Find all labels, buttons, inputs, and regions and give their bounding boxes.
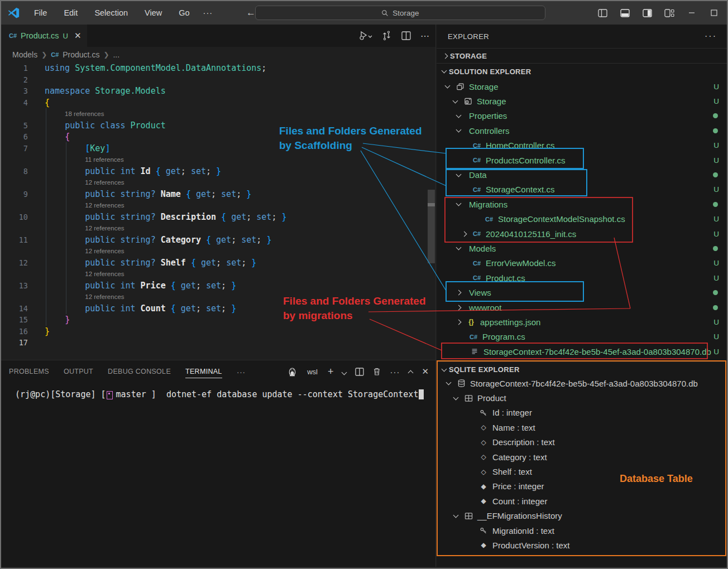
- code-text: }: [28, 326, 422, 337]
- tree-item--efmigrationshistory[interactable]: __EFMigrationsHistory: [437, 509, 727, 523]
- maximize-button[interactable]: [706, 4, 722, 21]
- menu-item-file[interactable]: File: [27, 6, 54, 20]
- search-box[interactable]: Storage: [255, 6, 545, 20]
- breadcrumb-item[interactable]: Product.cs: [63, 50, 99, 59]
- tree-item-shelf-text[interactable]: ◇Shelf : text: [437, 464, 727, 479]
- tree-item-count-integer[interactable]: ◆Count : integer: [437, 494, 727, 508]
- code-line[interactable]: 4{: [1, 97, 435, 109]
- code-line[interactable]: 16}: [1, 326, 435, 337]
- tree-item-storage[interactable]: StorageU: [437, 94, 727, 108]
- panel-tab-problems[interactable]: PROBLEMS: [9, 365, 49, 378]
- tree-item-label: 20240410125116_init.cs: [486, 229, 576, 239]
- toggle-secondary-sidebar-icon[interactable]: [639, 4, 655, 21]
- panel-more-icon[interactable]: ···: [390, 367, 400, 377]
- toggle-panel-icon[interactable]: [616, 4, 633, 21]
- panel-tab-debug-console[interactable]: DEBUG CONSOLE: [108, 365, 171, 378]
- tab-product-cs[interactable]: C# Product.cs U ✕: [1, 25, 87, 47]
- code-line[interactable]: 3namespace Storage.Models: [1, 85, 435, 97]
- chevron-down-icon: [457, 129, 466, 132]
- tree-item-storage[interactable]: StorageU: [437, 79, 727, 94]
- tree-item-label: Properties: [469, 111, 507, 120]
- tree-item-migrationid-text[interactable]: MigrationId : text: [437, 523, 727, 538]
- tree-item-properties[interactable]: Properties: [437, 109, 727, 123]
- code-text: public int Count { get; set; }: [28, 303, 422, 315]
- csharp-icon: C#: [471, 142, 482, 149]
- terminal-prompt[interactable]: (rj@pc)[Storage] [master ] dotnet-ef dat…: [15, 389, 424, 399]
- code-line[interactable]: 1using System.ComponentModel.DataAnnotat…: [1, 62, 435, 74]
- tree-item-homecontroller-cs[interactable]: C#HomeController.csU: [437, 138, 727, 153]
- tree-item-storagecontext-7bc4f42e-be5b-45ef-a3ad-0[interactable]: StorageContext-7bc4f42e-be5b-45ef-a3ad-0…: [437, 344, 727, 359]
- customize-layout-icon[interactable]: [661, 4, 678, 21]
- codelens: 11 references: [28, 154, 422, 166]
- new-terminal-icon[interactable]: +: [328, 366, 334, 378]
- title-bar: FileEditSelectionViewGo ··· ← → Storage: [1, 1, 727, 25]
- kill-terminal-icon[interactable]: [373, 367, 381, 376]
- editor-more-icon[interactable]: ⋯: [420, 31, 430, 41]
- tree-item-migrations[interactable]: Migrations: [437, 197, 727, 211]
- tree-item-description-text[interactable]: ◇Description : text: [437, 435, 727, 450]
- code-editor[interactable]: 1using System.ComponentModel.DataAnnotat…: [1, 62, 435, 360]
- line-number: 7: [1, 144, 28, 153]
- code-line[interactable]: 18 references: [1, 108, 435, 120]
- close-icon[interactable]: ✕: [74, 31, 82, 41]
- code-line[interactable]: 5 public class Product: [1, 120, 435, 132]
- menu-item-view[interactable]: View: [138, 6, 169, 20]
- run-debug-icon[interactable]: [359, 31, 372, 41]
- open-changes-icon[interactable]: [382, 31, 392, 41]
- menu-item-selection[interactable]: Selection: [88, 6, 135, 20]
- tree-item-data[interactable]: Data: [437, 167, 727, 182]
- tree-item-productversion-text[interactable]: ◆ProductVersion : text: [437, 538, 727, 552]
- split-terminal-icon[interactable]: [355, 368, 364, 376]
- tree-item-name-text[interactable]: ◇Name : text: [437, 420, 727, 435]
- tree-item-storagecontext-7bc4f42e-be5b-45ef-a3ad-0[interactable]: StorageContext-7bc4f42e-be5b-45ef-a3ad-0…: [437, 376, 727, 390]
- close-panel-icon[interactable]: ✕: [422, 367, 429, 377]
- terminal-shell-label[interactable]: wsl: [307, 368, 318, 376]
- tree-item-20240410125116-init-cs[interactable]: C#20240410125116_init.csU: [437, 226, 727, 241]
- split-editor-icon[interactable]: [401, 31, 411, 40]
- panel-tabs-more-icon[interactable]: ···: [237, 365, 246, 379]
- terminal-dropdown-icon[interactable]: [342, 369, 347, 375]
- tree-item-views[interactable]: Views: [437, 285, 727, 300]
- panel-tab-output[interactable]: OUTPUT: [64, 365, 93, 378]
- breadcrumb-item[interactable]: ...: [113, 50, 119, 59]
- tree-item-productscontroller-cs[interactable]: C#ProductsController.csU: [437, 153, 727, 167]
- code-line[interactable]: 6 {: [1, 131, 435, 143]
- tree-item-storagecontextmodelsnapshot-cs[interactable]: C#StorageContextModelSnapshot.csU: [437, 212, 727, 226]
- menu-item-edit[interactable]: Edit: [57, 6, 84, 20]
- tree-item-id-integer[interactable]: Id : integer: [437, 406, 727, 420]
- section-sqlite-explorer[interactable]: SQLITE EXPLORER: [437, 361, 727, 377]
- editor-scrollbar[interactable]: [428, 190, 435, 263]
- breadcrumb-item[interactable]: Models: [12, 50, 37, 59]
- tree-item-controllers[interactable]: Controllers: [437, 123, 727, 138]
- tree-item-wwwroot[interactable]: wwwroot: [437, 300, 727, 315]
- menu-more[interactable]: ···: [197, 6, 220, 20]
- menu-item-go[interactable]: Go: [172, 6, 196, 20]
- breadcrumb[interactable]: Models ❯ C# Product.cs ❯ ...: [1, 47, 435, 62]
- tree-item-price-integer[interactable]: ◆Price : integer: [437, 479, 727, 494]
- code-line[interactable]: 15 }: [1, 314, 435, 326]
- maximize-panel-icon[interactable]: [408, 370, 414, 375]
- git-untracked-badge: U: [713, 185, 719, 194]
- section-solution-explorer[interactable]: SOLUTION EXPLORER: [437, 64, 727, 79]
- back-icon[interactable]: ←: [246, 7, 256, 18]
- tree-item-models[interactable]: Models: [437, 241, 727, 255]
- tree-item-program-cs[interactable]: C#Program.csU: [437, 330, 727, 344]
- codelens: 18 references: [28, 108, 422, 120]
- panel-tab-terminal[interactable]: TERMINAL: [185, 365, 222, 378]
- tree-item-label: Shelf : text: [492, 467, 532, 476]
- toggle-primary-sidebar-icon[interactable]: [594, 4, 611, 21]
- code-line[interactable]: 2: [1, 74, 435, 86]
- tree-item-errorviewmodel-cs[interactable]: C#ErrorViewModel.csU: [437, 256, 727, 271]
- tree-item-appsettings-json[interactable]: {}appsettings.jsonU: [437, 315, 727, 329]
- explorer-more-icon[interactable]: ···: [705, 31, 717, 41]
- code-line[interactable]: 17: [1, 337, 435, 349]
- tree-item-category-text[interactable]: ◇Category : text: [437, 450, 727, 464]
- tree-item-product[interactable]: Product: [437, 390, 727, 405]
- git-branch-name: master: [116, 389, 146, 399]
- minimize-button[interactable]: [683, 4, 700, 21]
- line-number: 17: [1, 338, 28, 347]
- tree-item-storagecontext-cs[interactable]: C#StorageContext.csU: [437, 182, 727, 197]
- section-storage[interactable]: STORAGE: [437, 48, 727, 64]
- tree-item-product-cs[interactable]: C#Product.csU: [437, 271, 727, 285]
- line-number: 5: [1, 121, 28, 130]
